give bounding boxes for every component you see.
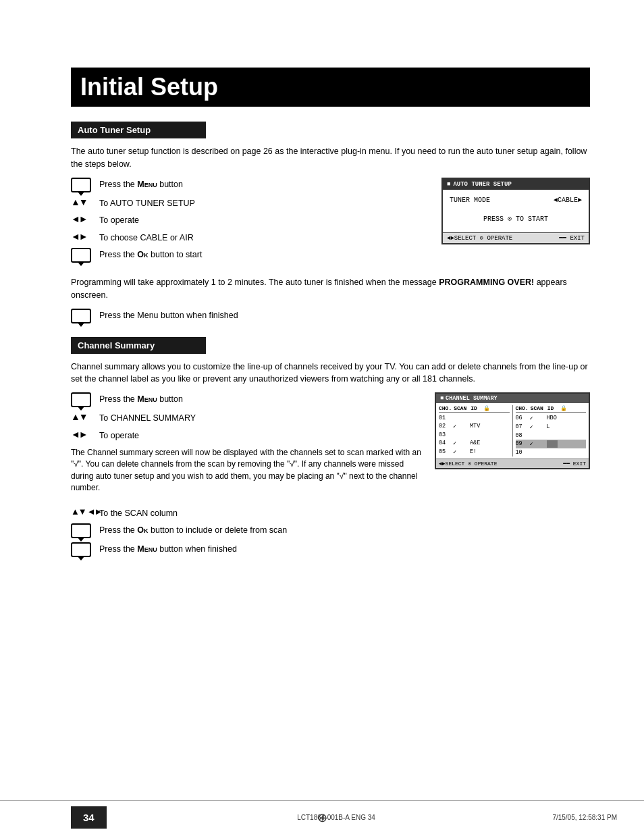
footer-filename: LCT1864-001B-A ENG 34 [297,814,375,821]
auto-tuner-intro: The auto tuner setup function is describ… [71,145,590,171]
arrow-lr-icon: ◄► [71,231,95,242]
footer: 34 LCT1864-001B-A ENG 34 ⊕ 7/15/05, 12:5… [0,800,644,834]
col-chno: CHO. [516,405,529,411]
ch-row: 04✓A&E [439,439,510,448]
menu-row: TUNER MODE ◄CABLE► [447,195,585,205]
step-text: To AUTO TUNER SETUP [99,197,195,210]
step-text: Press the Menu button [99,178,183,191]
page-number: 34 [71,806,107,829]
ch-id: L [547,423,558,431]
channel-summary-on-screen: ■ CHANNEL SUMMARY CHO. SCAN [435,392,590,469]
step-text: To operate [99,429,139,442]
ch-scan: ✓ [530,423,545,431]
channel-summary-intro: Channel summary allows you to customize … [71,361,590,386]
ch-scan: ✓ [530,440,545,448]
step-row: Press the Menu button [71,178,429,192]
col-lock: 🔒 [483,405,491,411]
step-row: Press the Ok button to start [71,248,429,263]
channel-summary-menu: ■ CHANNEL SUMMARY CHO. SCAN [435,392,590,469]
menu-header: ■ AUTO TUNER SETUP [443,179,589,190]
final-step-row: Press the Menu button when finished [71,309,590,323]
col-id: ID [471,405,481,411]
ch-num: 04 [439,440,451,447]
ch-row: 02✓MTV [439,422,510,431]
ch-footer-exit: ━━ EXIT [563,461,586,467]
channel-sub-steps: ▲▼ ◄► To the SCAN column Press the Ok bu… [71,506,590,558]
press-to-start: PRESS ⊙ TO START [447,211,585,227]
footer-center-text: LCT1864-001B-A ENG 34 [107,814,553,821]
ch-num: 08 [516,432,528,439]
ch-num: 09 [516,440,528,448]
arrow-lr-icon: ◄► [71,213,95,224]
sub-step-text: Press the Ok button to include or delete… [99,523,287,537]
channel-summary-steps: Press the Menu button ▲▼ To CHANNEL SUMM… [71,392,423,501]
step-row: Press the Menu button [71,392,423,407]
channel-table-right: CHO. SCAN ID 🔒 06✓HBO 07✓L 08 09✓ [516,405,587,457]
ch-id: A&E [470,440,481,447]
menu-icon: ■ [447,181,450,188]
ch-row: 05✓E! [439,448,510,457]
ch-num: 07 [516,423,528,431]
ch-num: 03 [439,432,451,438]
ch-id [547,449,558,456]
ch-menu-footer: ◄►SELECT ⊙ OPERATE ━━ EXIT [436,459,589,468]
tuner-mode-label: TUNER MODE [450,197,490,204]
step-text: Press the Ok button to start [99,248,202,261]
programming-over-text: PROGRAMMING OVER! [439,278,534,287]
ch-row: 03 [439,431,510,439]
step-row: ▲▼ To AUTO TUNER SETUP [71,197,429,210]
auto-tuner-menu-box: ■ AUTO TUNER SETUP TUNER MODE ◄CABLE► PR… [441,178,590,244]
on-screen-menu: ■ AUTO TUNER SETUP TUNER MODE ◄CABLE► PR… [441,178,590,244]
ch-id [547,432,558,439]
ch-num: 02 [439,423,451,430]
ch-scan [453,432,468,438]
ch-id: HBO [547,415,558,422]
auto-tuner-section: Auto Tuner Setup The auto tuner setup fu… [71,122,590,323]
arrow-lr-icon: ◄► [71,429,95,440]
sub-step-row: Press the Ok button to include or delete… [71,523,590,538]
step-row: ◄► To choose CABLE or AIR [71,231,429,244]
ch-id [470,432,481,438]
ch-row: 08 [516,432,587,440]
ch-header-row: CHO. SCAN ID 🔒 [439,405,510,413]
ch-num: 01 [439,415,451,421]
tuner-mode-value: ◄CABLE► [554,197,582,204]
ch-footer-select: ◄►SELECT ⊙ OPERATE [439,461,497,467]
ch-id: E! [470,448,481,456]
ch-scan: ✓ [453,440,468,447]
sub-step-text: Press the Menu button when finished [99,542,237,556]
step-row: ▲▼ To CHANNEL SUMMARY [71,411,423,425]
ch-menu-header: ■ CHANNEL SUMMARY [436,394,589,403]
ch-scan [453,415,468,421]
ch-row: 07✓L [516,423,587,432]
col-scan: SCAN [454,405,468,411]
ch-num: 06 [516,415,528,422]
channel-table: CHO. SCAN ID 🔒 01 02✓MTV 03 04✓A&E [439,405,586,457]
ch-scan: ✓ [453,448,468,456]
menu-body: TUNER MODE ◄CABLE► PRESS ⊙ TO START [443,190,589,232]
ch-num: 10 [516,449,528,456]
ch-menu-label: CHANNEL SUMMARY [446,395,498,402]
ch-scan: ✓ [530,415,545,422]
step-text: To CHANNEL SUMMARY [99,411,196,425]
arrow-ud-icon: ▲▼ [71,197,95,207]
ok-button-icon [71,542,95,557]
sub-step-row: Press the Menu button when finished [71,542,590,557]
ok-button-icon [71,178,95,192]
step-row: ◄► To operate [71,213,429,227]
col-scan: SCAN [531,405,545,411]
auto-tuner-steps-container: Press the Menu button ▲▼ To AUTO TUNER S… [71,178,590,267]
ok-button-icon [71,392,95,407]
channel-summary-header: Channel Summary [71,337,206,354]
footer-timestamp: 7/15/05, 12:58:31 PM [552,814,644,821]
channel-summary-section: Channel Summary Channel summary allows y… [71,337,590,558]
ch-num: 05 [439,448,451,456]
ch-id: MTV [470,423,481,430]
menu-footer: ◄►SELECT ⊙ OPERATE ━━ EXIT [443,232,589,243]
ch-row: 09✓ [516,440,587,448]
footer-select: ◄►SELECT ⊙ OPERATE [447,234,512,242]
programming-text: Programming will take approximately 1 to… [71,278,439,287]
step-text: Press the Menu button [99,392,183,406]
ch-id [547,440,558,448]
ch-menu-body: CHO. SCAN ID 🔒 01 02✓MTV 03 04✓A&E [436,403,589,459]
